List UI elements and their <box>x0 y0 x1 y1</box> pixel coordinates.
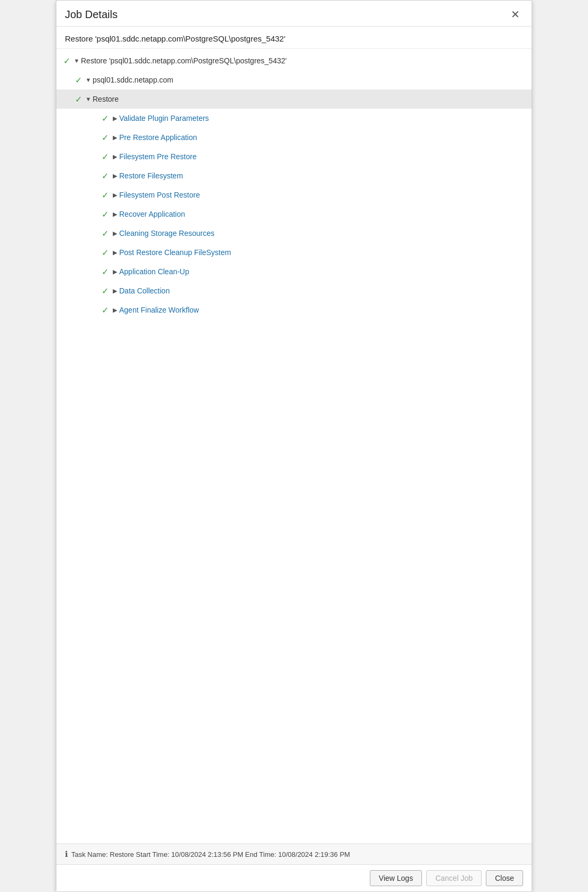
check-icon: ✓ <box>99 228 111 239</box>
tree-row-label[interactable]: Application Clean-Up <box>119 267 189 276</box>
dialog-title: Job Details <box>65 9 118 21</box>
tree-row-label[interactable]: Validate Plugin Parameters <box>119 114 209 122</box>
check-icon: ✓ <box>61 56 72 66</box>
cancel-job-button[interactable]: Cancel Job <box>426 870 482 886</box>
footer-buttons: View Logs Cancel Job Close <box>56 864 532 891</box>
tree-row-label[interactable]: Pre Restore Application <box>119 133 197 142</box>
tree-row: ✓▶Cleaning Storage Resources <box>56 224 532 243</box>
tree-row: ✓▼Restore 'psql01.sddc.netapp.com\Postgr… <box>56 51 532 70</box>
expand-icon[interactable]: ▶ <box>111 211 119 218</box>
tree-row: ✓▶Restore Filesystem <box>56 166 532 185</box>
tree-row-label[interactable]: Restore Filesystem <box>119 171 183 180</box>
check-icon: ✓ <box>72 75 84 85</box>
collapse-icon[interactable]: ▼ <box>72 58 81 64</box>
tree-row: ✓▶Filesystem Pre Restore <box>56 147 532 166</box>
tree-row: ✓▶Filesystem Post Restore <box>56 185 532 204</box>
close-x-button[interactable]: ✕ <box>508 8 523 21</box>
check-icon: ✓ <box>99 113 111 124</box>
expand-icon[interactable]: ▶ <box>111 134 119 141</box>
expand-icon[interactable]: ▶ <box>111 230 119 237</box>
tree-row-label[interactable]: Agent Finalize Workflow <box>119 306 199 314</box>
check-icon: ✓ <box>99 190 111 200</box>
tree-row: ✓▶Data Collection <box>56 281 532 300</box>
dialog-subtitle: Restore 'psql01.sddc.netapp.com\PostgreS… <box>56 27 532 49</box>
check-icon: ✓ <box>99 267 111 277</box>
tree-row-label[interactable]: Post Restore Cleanup FileSystem <box>119 248 231 257</box>
check-icon: ✓ <box>72 94 84 104</box>
tree-row: ✓▼Restore <box>56 89 532 109</box>
tree-row-label[interactable]: Filesystem Post Restore <box>119 191 200 199</box>
tree-container: ✓▼Restore 'psql01.sddc.netapp.com\Postgr… <box>56 49 532 322</box>
check-icon: ✓ <box>99 248 111 258</box>
tree-row: ✓▶Application Clean-Up <box>56 262 532 281</box>
expand-icon[interactable]: ▶ <box>111 268 119 275</box>
job-details-dialog: Job Details ✕ Restore 'psql01.sddc.netap… <box>56 0 532 892</box>
tree-row-label[interactable]: Cleaning Storage Resources <box>119 229 214 238</box>
check-icon: ✓ <box>99 305 111 315</box>
tree-row: ✓▶Post Restore Cleanup FileSystem <box>56 243 532 262</box>
dialog-header: Job Details ✕ <box>56 1 532 27</box>
expand-icon[interactable]: ▶ <box>111 153 119 160</box>
tree-row-label: Restore 'psql01.sddc.netapp.com\PostgreS… <box>81 56 287 65</box>
tree-row-label: psql01.sddc.netapp.com <box>93 76 173 84</box>
check-icon: ✓ <box>99 133 111 143</box>
check-icon: ✓ <box>99 286 111 296</box>
collapse-icon[interactable]: ▼ <box>84 96 93 102</box>
check-icon: ✓ <box>99 209 111 219</box>
view-logs-button[interactable]: View Logs <box>370 870 422 886</box>
tree-row-label[interactable]: Recover Application <box>119 210 185 218</box>
tree-row-label: Restore <box>93 95 119 103</box>
check-icon: ✓ <box>99 171 111 181</box>
tree-row: ✓▼psql01.sddc.netapp.com <box>56 70 532 89</box>
expand-icon[interactable]: ▶ <box>111 173 119 179</box>
footer-info: ℹ Task Name: Restore Start Time: 10/08/2… <box>56 844 532 864</box>
check-icon: ✓ <box>99 152 111 162</box>
expand-icon[interactable]: ▶ <box>111 307 119 314</box>
dialog-body: ✓▼Restore 'psql01.sddc.netapp.com\Postgr… <box>56 49 532 844</box>
tree-row: ✓▶Recover Application <box>56 204 532 224</box>
tree-row-label[interactable]: Data Collection <box>119 287 170 295</box>
tree-row-label[interactable]: Filesystem Pre Restore <box>119 152 196 161</box>
expand-icon[interactable]: ▶ <box>111 192 119 199</box>
tree-row: ✓▶Pre Restore Application <box>56 128 532 147</box>
tree-row: ✓▶Validate Plugin Parameters <box>56 109 532 128</box>
expand-icon[interactable]: ▶ <box>111 288 119 294</box>
close-button[interactable]: Close <box>486 870 523 886</box>
expand-icon[interactable]: ▶ <box>111 115 119 122</box>
tree-row: ✓▶Agent Finalize Workflow <box>56 300 532 320</box>
footer-info-text: Task Name: Restore Start Time: 10/08/202… <box>71 850 350 858</box>
expand-icon[interactable]: ▶ <box>111 249 119 256</box>
info-icon: ℹ <box>65 849 68 859</box>
collapse-icon[interactable]: ▼ <box>84 77 93 83</box>
